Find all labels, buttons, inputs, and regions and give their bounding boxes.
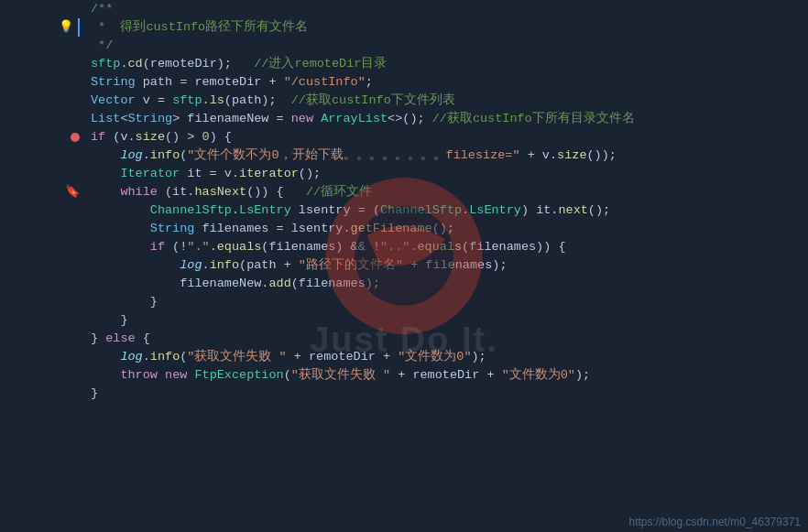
line-gutter (0, 275, 87, 293)
line-content: log.info("获取文件失败 " + remoteDir + "文件数为0"… (87, 348, 808, 366)
code-line: throw new FtpException("获取文件失败 " + remot… (0, 366, 808, 385)
code-line: if (!".".equals(filenames) && !"..".equa… (0, 238, 808, 256)
line-gutter (0, 220, 87, 238)
line-content: } (87, 311, 808, 330)
gutter-space (67, 3, 80, 16)
line-gutter (0, 201, 87, 220)
line-content: * 得到custInfo路径下所有文件名 (87, 18, 808, 37)
line-gutter (0, 73, 87, 92)
line-content: throw new FtpException("获取文件失败 " + remot… (87, 366, 808, 385)
code-line: } (0, 385, 808, 403)
code-line: Iterator it = v.iterator(); (0, 165, 808, 183)
code-line: 🔖 while (it.hasNext()) { //循环文件 (0, 183, 808, 201)
code-line: } else { (0, 330, 808, 348)
code-line: if (v.size() > 0) { (0, 128, 808, 147)
line-gutter: 🔖 (0, 183, 87, 201)
code-line: } (0, 311, 808, 330)
line-gutter (0, 147, 87, 165)
code-area: /** 💡 * 得到custInfo路径下所有文件名 */ sftp.cd(re… (0, 0, 808, 532)
line-gutter (0, 385, 87, 403)
line-content: } (87, 293, 808, 311)
code-line: String filenames = lsentry.getFilename()… (0, 220, 808, 238)
bulb-icon: 💡 (60, 21, 72, 34)
line-gutter (0, 92, 87, 110)
line-content: while (it.hasNext()) { //循环文件 (87, 183, 808, 201)
editor-container: Just Do It. /** 💡 * 得到custInfo路径下所有文件名 *… (0, 0, 808, 532)
line-content: List<String> filenameNew = new ArrayList… (87, 110, 808, 128)
line-content: log.info("文件个数不为0，开始下载。。。。。。。。filesize="… (87, 147, 808, 165)
line-content: ChannelSftp.LsEntry lsentry = (ChannelSf… (87, 201, 808, 220)
line-gutter (0, 0, 87, 18)
line-content: log.info(path + "路径下的文件名" + filenames); (87, 256, 808, 275)
code-line: Vector v = sftp.ls(path); //获取custInfo下文… (0, 92, 808, 110)
line-gutter (0, 348, 87, 366)
line-gutter (0, 128, 87, 147)
line-content: } else { (87, 330, 808, 348)
line-gutter (0, 238, 87, 256)
code-line: log.info("获取文件失败 " + remoteDir + "文件数为0"… (0, 348, 808, 366)
line-gutter (0, 256, 87, 275)
code-line: sftp.cd(remoteDir); //进入remoteDir目录 (0, 55, 808, 73)
code-line: List<String> filenameNew = new ArrayList… (0, 110, 808, 128)
line-gutter (0, 37, 87, 55)
bookmark-icon: 🔖 (65, 183, 80, 201)
code-line: ChannelSftp.LsEntry lsentry = (ChannelSf… (0, 201, 808, 220)
breakpoint (71, 133, 80, 142)
code-line: } (0, 293, 808, 311)
line-content: Iterator it = v.iterator(); (87, 165, 808, 183)
code-line: log.info(path + "路径下的文件名" + filenames); (0, 256, 808, 275)
code-line: String path = remoteDir + "/custInfo"; (0, 73, 808, 92)
code-line: 💡 * 得到custInfo路径下所有文件名 (0, 18, 808, 37)
line-content: } (87, 385, 808, 403)
line-content: sftp.cd(remoteDir); //进入remoteDir目录 (87, 55, 808, 73)
line-gutter (0, 55, 87, 73)
line-gutter (0, 293, 87, 311)
blog-url: https://blog.csdn.net/m0_46379371 (629, 516, 801, 528)
status-bar: https://blog.csdn.net/m0_46379371 (622, 512, 808, 532)
line-content: filenameNew.add(filenames); (87, 275, 808, 293)
code-line: log.info("文件个数不为0，开始下载。。。。。。。。filesize="… (0, 147, 808, 165)
line-content: String path = remoteDir + "/custInfo"; (87, 73, 808, 92)
line-content: Vector v = sftp.ls(path); //获取custInfo下文… (87, 92, 808, 110)
line-gutter (0, 366, 87, 385)
line-gutter (0, 165, 87, 183)
line-gutter (0, 311, 87, 330)
line-gutter (0, 330, 87, 348)
line-gutter: 💡 (0, 18, 87, 37)
code-line: */ (0, 37, 808, 55)
line-content: /** (87, 0, 808, 18)
code-line: /** (0, 0, 808, 18)
line-content: if (v.size() > 0) { (87, 128, 808, 147)
line-gutter (0, 110, 87, 128)
line-content: String filenames = lsentry.getFilename()… (87, 220, 808, 238)
line-content: if (!".".equals(filenames) && !"..".equa… (87, 238, 808, 256)
code-line: filenameNew.add(filenames); (0, 275, 808, 293)
line-content: */ (87, 37, 808, 55)
